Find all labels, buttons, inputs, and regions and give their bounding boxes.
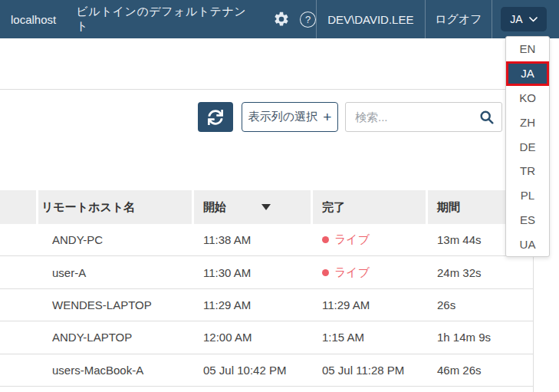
language-option[interactable]: TR: [506, 159, 549, 183]
cell-end-text: ライブ: [334, 265, 370, 280]
search-input[interactable]: [346, 110, 479, 124]
user-section: DEV\DAVID.LEE: [316, 0, 425, 38]
cell-remote-host: users-MacBook-A: [38, 354, 194, 386]
search-icon[interactable]: [479, 110, 494, 124]
language-dropdown-menu: EN JA KO ZH DE TR PL ES UA: [505, 36, 550, 257]
cell-end: ライブ: [313, 224, 428, 255]
row-spacer-cell: [0, 224, 38, 255]
cell-end-text: ライブ: [334, 232, 370, 247]
header-end[interactable]: 完了: [313, 190, 428, 224]
search-box: [345, 102, 502, 132]
page: localhost ビルトインのデフォルトテナント ? DEV\DAVID.LE…: [0, 0, 559, 392]
row-spacer-cell: [0, 256, 38, 288]
language-option[interactable]: PL: [506, 183, 549, 208]
cell-duration: 24m 32s: [428, 256, 533, 288]
logoff-label: ログオフ: [435, 12, 482, 27]
table-row[interactable]: ANDY-LAPTOP 12:00 AM 1:15 AM 1h 14m 9s: [0, 321, 533, 354]
row-spacer-cell: [0, 321, 38, 353]
header-remote-host[interactable]: リモートホスト名: [38, 190, 194, 224]
cell-start: 11:38 AM: [194, 224, 313, 255]
cell-end-text: 05 Jul 11:28 PM: [322, 364, 404, 377]
cell-duration: 46m 26s: [428, 354, 533, 386]
cell-duration: 26s: [428, 289, 533, 321]
logged-in-user-label: DEV\DAVID.LEE: [327, 13, 413, 26]
plus-icon: +: [323, 110, 331, 124]
live-dot-icon: [322, 236, 329, 243]
sort-desc-icon: [261, 204, 271, 210]
cell-end-text: 1:15 AM: [322, 331, 364, 344]
cell-end: 05 Jul 11:28 PM: [313, 354, 428, 386]
language-option[interactable]: DE: [506, 134, 549, 159]
cell-end: 1:15 AM: [313, 321, 428, 353]
language-dropdown-button[interactable]: JA: [501, 7, 546, 31]
logoff-button[interactable]: ログオフ: [425, 0, 492, 38]
refresh-button[interactable]: [198, 102, 233, 132]
header-spacer-cell: [0, 190, 38, 224]
help-icon[interactable]: ?: [300, 12, 316, 28]
row-spacer-cell: [0, 289, 38, 321]
language-option[interactable]: ES: [506, 208, 549, 232]
section-divider: [0, 89, 533, 90]
sessions-table: リモートホスト名 開始 完了 期間 ANDY-PC 11:38 AM ライブ 1…: [0, 190, 533, 387]
language-section: JA: [492, 0, 559, 38]
cell-end-text: 11:29 AM: [322, 298, 370, 311]
host-label: localhost: [11, 13, 56, 26]
table-body: ANDY-PC 11:38 AM ライブ 13m 44s user-A 11:3…: [0, 224, 533, 387]
cell-remote-host: ANDY-PC: [38, 224, 194, 255]
tenant-label: ビルトインのデフォルトテナント: [76, 5, 258, 34]
language-option[interactable]: ZH: [506, 110, 549, 134]
language-option[interactable]: KO: [506, 86, 549, 110]
refresh-icon: [208, 110, 223, 125]
cell-start: 05 Jul 10:42 PM: [194, 354, 313, 386]
cell-remote-host: ANDY-LAPTOP: [38, 321, 194, 353]
cell-end: 11:29 AM: [313, 289, 428, 321]
cell-start: 11:29 AM: [194, 289, 313, 321]
cell-start: 12:00 AM: [194, 321, 313, 353]
table-row[interactable]: user-A 11:30 AM ライブ 24m 32s: [0, 256, 533, 288]
table-row[interactable]: ANDY-PC 11:38 AM ライブ 13m 44s: [0, 224, 533, 256]
cell-remote-host: user-A: [38, 256, 194, 288]
row-spacer-cell: [0, 354, 38, 386]
cell-end: ライブ: [313, 256, 428, 288]
header-start[interactable]: 開始: [194, 190, 313, 224]
language-option[interactable]: UA: [506, 232, 549, 256]
chevron-down-icon: [529, 17, 538, 22]
cell-duration: 1h 14m 9s: [428, 321, 533, 353]
select-columns-button[interactable]: 表示列の選択 +: [242, 102, 338, 132]
cell-remote-host: WENDES-LAPTOP: [38, 289, 194, 321]
language-current-label: JA: [510, 13, 522, 25]
cell-start: 11:30 AM: [194, 256, 313, 288]
top-bar: localhost ビルトインのデフォルトテナント ? DEV\DAVID.LE…: [0, 0, 559, 38]
language-option[interactable]: EN: [506, 37, 549, 61]
table-row[interactable]: users-MacBook-A 05 Jul 10:42 PM 05 Jul 1…: [0, 354, 533, 387]
select-columns-label: 表示列の選択: [248, 110, 317, 124]
table-row[interactable]: WENDES-LAPTOP 11:29 AM 11:29 AM 26s: [0, 289, 533, 321]
settings-gear-icon[interactable]: [273, 11, 290, 28]
language-option[interactable]: JA: [506, 61, 549, 86]
table-header-row: リモートホスト名 開始 完了 期間: [0, 190, 533, 224]
live-dot-icon: [322, 269, 329, 276]
